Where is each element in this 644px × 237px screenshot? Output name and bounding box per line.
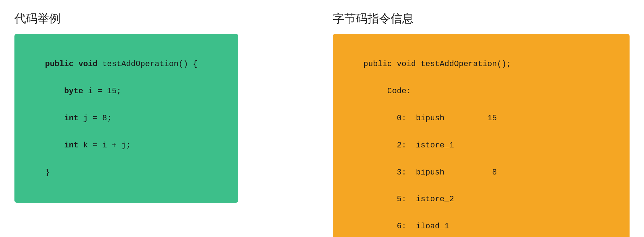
bytecode-line-3: 2: istore_1: [364, 141, 454, 150]
code-line-4: int k = i + j;: [45, 141, 131, 150]
code-line-3: int j = 8;: [45, 114, 112, 123]
bytecode-line-6: 6: iload_1: [364, 222, 449, 231]
code-line-1: public void testAddOperation() {: [45, 60, 197, 69]
bytecode-line-5: 5: istore_2: [364, 195, 454, 204]
right-section: 字节码指令信息 public void testAddOperation(); …: [333, 11, 630, 226]
bytecode-box: public void testAddOperation(); Code: 0:…: [333, 34, 630, 237]
bytecode-line-0: public void testAddOperation();: [364, 60, 511, 69]
bytecode-line-2: 0: bipush 15: [364, 114, 497, 123]
bytecode-line-4: 3: bipush 8: [364, 168, 497, 177]
bytecode-line-1: Code:: [364, 87, 411, 96]
code-line-5: }: [45, 168, 50, 177]
java-code-box: public void testAddOperation() { byte i …: [14, 34, 238, 203]
left-title: 代码举例: [14, 11, 311, 27]
left-section: 代码举例 public void testAddOperation() { by…: [14, 11, 311, 226]
right-title: 字节码指令信息: [333, 11, 630, 27]
code-line-2: byte i = 15;: [45, 87, 121, 96]
